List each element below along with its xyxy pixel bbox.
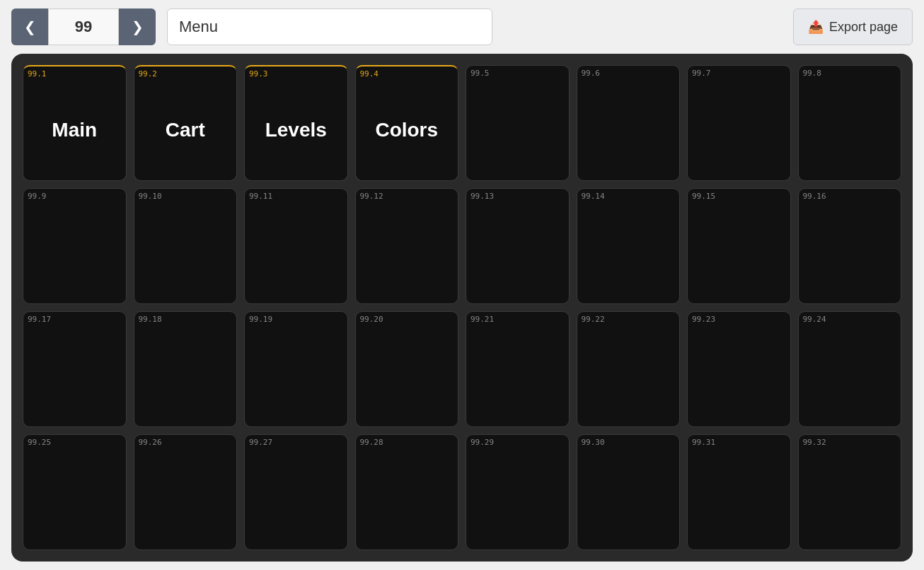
cell-content-99.1: Main — [23, 80, 126, 180]
cell-content-99.20 — [356, 325, 458, 426]
cell-99.21[interactable]: 99.21 — [466, 311, 570, 427]
cell-label-99.21: 99.21 — [466, 312, 569, 325]
menu-label: Menu — [167, 8, 492, 45]
next-button[interactable]: ❯ — [119, 8, 156, 45]
cell-99.17[interactable]: 99.17 — [23, 311, 127, 427]
cell-label-99.7: 99.7 — [688, 66, 790, 79]
cell-99.9[interactable]: 99.9 — [23, 188, 127, 304]
cell-label-99.15: 99.15 — [688, 189, 790, 202]
cell-99.20[interactable]: 99.20 — [355, 311, 459, 427]
cell-content-99.5 — [466, 79, 569, 180]
cell-label-99.26: 99.26 — [134, 435, 237, 448]
cell-label-99.17: 99.17 — [23, 312, 126, 325]
cell-content-99.6 — [577, 79, 680, 180]
cell-99.8[interactable]: 99.8 — [798, 65, 902, 181]
cell-content-99.16 — [799, 202, 901, 303]
prev-icon: ❮ — [24, 18, 36, 35]
cell-label-99.23: 99.23 — [688, 312, 790, 325]
cell-99.18[interactable]: 99.18 — [134, 311, 238, 427]
cell-99.28[interactable]: 99.28 — [355, 434, 459, 550]
cell-content-99.14 — [577, 202, 680, 303]
cell-label-99.22: 99.22 — [577, 312, 680, 325]
cell-99.25[interactable]: 99.25 — [23, 434, 127, 550]
cell-99.29[interactable]: 99.29 — [466, 434, 570, 550]
cell-content-99.3: Levels — [245, 80, 347, 180]
cell-99.19[interactable]: 99.19 — [244, 311, 348, 427]
cell-label-99.27: 99.27 — [245, 435, 347, 448]
cell-content-99.28 — [356, 448, 458, 549]
cell-99.6[interactable]: 99.6 — [577, 65, 681, 181]
cell-content-99.7 — [688, 79, 790, 180]
cell-content-99.19 — [245, 325, 347, 426]
cell-content-99.9 — [23, 202, 126, 303]
cell-label-99.3: 99.3 — [245, 66, 347, 80]
cell-content-99.8 — [799, 79, 901, 180]
cell-label-99.14: 99.14 — [577, 189, 680, 202]
cell-label-99.16: 99.16 — [799, 189, 901, 202]
cell-content-99.25 — [23, 448, 126, 549]
export-icon: 📤 — [808, 19, 824, 35]
cell-label-99.25: 99.25 — [23, 435, 126, 448]
cell-label-99.1: 99.1 — [23, 66, 126, 80]
cell-label-99.20: 99.20 — [356, 312, 458, 325]
cell-99.30[interactable]: 99.30 — [577, 434, 681, 550]
cell-content-99.15 — [688, 202, 790, 303]
cell-99.24[interactable]: 99.24 — [798, 311, 902, 427]
cell-label-99.12: 99.12 — [356, 189, 458, 202]
cell-99.1[interactable]: 99.1Main — [23, 65, 127, 181]
cell-content-99.29 — [466, 448, 569, 549]
cell-99.12[interactable]: 99.12 — [355, 188, 459, 304]
cell-content-99.2: Cart — [134, 80, 237, 180]
cell-label-99.30: 99.30 — [577, 435, 680, 448]
cell-99.31[interactable]: 99.31 — [687, 434, 791, 550]
cell-99.14[interactable]: 99.14 — [577, 188, 681, 304]
cell-grid: 99.1Main99.2Cart99.3Levels99.4Colors99.5… — [11, 54, 913, 562]
cell-label-99.24: 99.24 — [799, 312, 901, 325]
cell-content-99.31 — [688, 448, 790, 549]
cell-label-99.28: 99.28 — [356, 435, 458, 448]
cell-label-99.8: 99.8 — [799, 66, 901, 79]
cell-label-99.18: 99.18 — [134, 312, 237, 325]
cell-99.11[interactable]: 99.11 — [244, 188, 348, 304]
page-number: 99 — [48, 8, 119, 45]
cell-content-99.24 — [799, 325, 901, 426]
cell-99.3[interactable]: 99.3Levels — [244, 65, 348, 181]
cell-99.15[interactable]: 99.15 — [687, 188, 791, 304]
cell-content-99.26 — [134, 448, 237, 549]
prev-button[interactable]: ❮ — [11, 8, 48, 45]
cell-label-99.2: 99.2 — [134, 66, 237, 80]
cell-label-99.5: 99.5 — [466, 66, 569, 79]
cell-99.10[interactable]: 99.10 — [134, 188, 238, 304]
cell-99.5[interactable]: 99.5 — [466, 65, 570, 181]
export-button[interactable]: 📤 Export page — [793, 8, 913, 45]
cell-content-99.23 — [688, 325, 790, 426]
cell-content-99.12 — [356, 202, 458, 303]
cell-99.22[interactable]: 99.22 — [577, 311, 681, 427]
cell-label-99.6: 99.6 — [577, 66, 680, 79]
cell-content-99.11 — [245, 202, 347, 303]
cell-content-99.10 — [134, 202, 237, 303]
cell-content-99.27 — [245, 448, 347, 549]
cell-label-99.32: 99.32 — [799, 435, 901, 448]
cell-label-99.9: 99.9 — [23, 189, 126, 202]
cell-content-99.18 — [134, 325, 237, 426]
cell-label-99.31: 99.31 — [688, 435, 790, 448]
cell-content-99.30 — [577, 448, 680, 549]
cell-content-99.32 — [799, 448, 901, 549]
cell-content-99.4: Colors — [356, 80, 458, 180]
cell-99.32[interactable]: 99.32 — [798, 434, 902, 550]
cell-content-99.21 — [466, 325, 569, 426]
cell-content-99.17 — [23, 325, 126, 426]
cell-99.13[interactable]: 99.13 — [466, 188, 570, 304]
cell-99.26[interactable]: 99.26 — [134, 434, 238, 550]
cell-99.4[interactable]: 99.4Colors — [355, 65, 459, 181]
cell-label-99.11: 99.11 — [245, 189, 347, 202]
cell-99.16[interactable]: 99.16 — [798, 188, 902, 304]
top-bar: ❮ 99 ❯ Menu 📤 Export page — [0, 0, 924, 54]
cell-99.27[interactable]: 99.27 — [244, 434, 348, 550]
cell-99.7[interactable]: 99.7 — [687, 65, 791, 181]
export-label: Export page — [829, 20, 898, 35]
cell-content-99.22 — [577, 325, 680, 426]
cell-99.23[interactable]: 99.23 — [687, 311, 791, 427]
cell-99.2[interactable]: 99.2Cart — [134, 65, 238, 181]
